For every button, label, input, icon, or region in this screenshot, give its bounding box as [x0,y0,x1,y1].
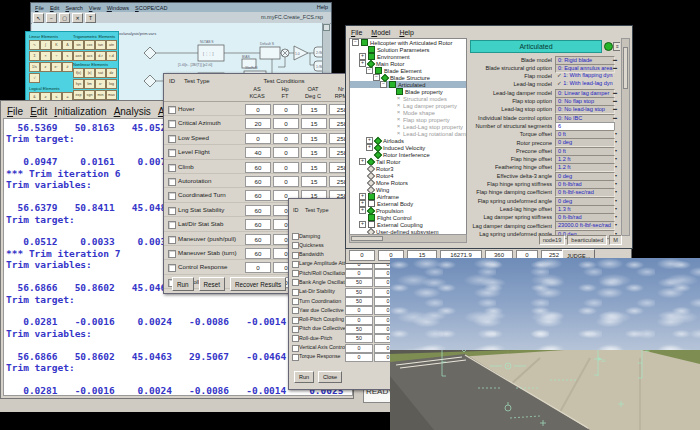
tree-item[interactable]: Rotor Interference [350,151,466,158]
diagram-menu-item[interactable]: Search [65,5,82,11]
dropdown-arrow-icon[interactable] [613,57,617,62]
dialog-button[interactable]: Run [172,277,194,291]
tree-item[interactable]: Rotor4 [350,172,466,179]
airspeed-input[interactable]: 60 [245,234,271,245]
tree-item[interactable]: External Coupling [350,221,466,228]
tree-item[interactable]: Environment [350,53,466,60]
hq-checkbox[interactable] [292,326,299,333]
condition-value-input[interactable]: 0 [349,250,375,261]
dropdown-arrow-icon[interactable] [615,214,617,219]
palette-block-button[interactable]: 1/s [29,62,40,72]
tree-item[interactable]: Blade property [350,88,466,95]
palette-block-button[interactable]: e⁻ [51,62,62,72]
test-checkbox[interactable] [168,149,176,157]
palette-block-button[interactable]: dz [106,68,117,78]
tree-item[interactable]: Wing [350,186,466,193]
close-button[interactable]: Close [318,371,342,383]
altitude-input[interactable]: 0 [273,104,299,115]
tree-item[interactable]: Lead-Lag stop property [350,123,466,130]
palette-block-button[interactable]: ∫ [40,40,51,50]
dropdown-arrow-icon[interactable] [615,164,617,169]
tree-item[interactable]: More Rotors [350,179,466,186]
tree-item[interactable]: Propulsion [350,207,466,214]
dropdown-arrow-icon[interactable] [615,156,617,161]
hq-checkbox[interactable] [292,317,299,324]
palette-block-button[interactable]: min [95,90,106,100]
palette-block-button[interactable]: ∿ [29,40,40,50]
dropdown-arrow-icon[interactable] [615,148,617,153]
tree-expander-icon[interactable] [359,221,366,228]
tree-horizontal-scrollbar[interactable] [349,234,467,243]
altitude-input[interactable]: 0 [273,176,299,187]
console-menu-item[interactable]: Analysis [114,106,151,117]
diagram-menu-item[interactable]: Windows [107,5,129,11]
dropdown-arrow-icon[interactable] [613,98,617,103]
airspeed-input[interactable]: 60 [245,162,271,173]
palette-block-button[interactable]: atn [106,40,117,50]
airspeed-input[interactable]: 0 [245,133,271,144]
airspeed-input[interactable]: 60 [245,190,271,201]
tree-item[interactable]: External Body [350,200,466,207]
component-lock-icon[interactable]: ≡ [613,42,620,51]
model-menu-item[interactable]: Help [399,29,413,36]
palette-block-button[interactable]: Δ [62,40,73,50]
diagram-menu-help[interactable]: Help [317,4,328,10]
diagram-menu-item[interactable]: File [35,5,44,11]
model-menu-item[interactable]: Model [371,29,390,36]
airspeed-input[interactable]: 20 [245,118,271,129]
console-menu-item[interactable]: File [7,106,23,117]
properties-scrollbar[interactable] [621,38,630,236]
hq-checkbox[interactable] [292,233,299,240]
hq-checkbox[interactable] [292,261,299,268]
hq-checkbox[interactable] [292,279,299,286]
altitude-input[interactable]: 0 [273,118,299,129]
tree-expander-icon[interactable] [359,207,366,214]
model-menu-item[interactable]: File [351,29,362,36]
dropdown-arrow-icon[interactable] [615,206,617,211]
hq-checkbox[interactable] [292,354,299,361]
palette-block-button[interactable]: √ [29,73,40,83]
diagram-tool-button[interactable]: ↖ [33,13,44,23]
dialog-button[interactable]: Recover Results [230,277,286,291]
hq-checkbox[interactable] [292,345,299,352]
tree-item[interactable]: Flap stop property [350,116,466,123]
tree-expander-icon[interactable] [373,74,380,81]
test-checkbox[interactable] [168,135,176,143]
test-checkbox[interactable] [168,264,176,272]
test-checkbox[interactable] [168,236,176,244]
palette-block-button[interactable]: x² [95,79,106,89]
airspeed-input[interactable]: 60 [245,176,271,187]
altitude-input[interactable]: 0 [273,162,299,173]
hq-checkbox[interactable] [292,242,299,249]
tree-expander-icon[interactable] [380,81,387,88]
palette-block-button[interactable]: z [40,62,51,72]
palette-block-button[interactable]: asn [73,51,84,61]
tree-item[interactable]: Structural modes [350,95,466,102]
palette-block-button[interactable]: lim [84,79,95,89]
diagram-menu-item[interactable]: SCOPE/CAD [135,5,167,11]
test-checkbox[interactable] [168,250,176,258]
diagram-menu-item[interactable]: View [89,5,101,11]
altitude-input[interactable]: 0 [273,133,299,144]
palette-block-button[interactable]: K [51,40,62,50]
palette-block-button[interactable]: r-d [106,51,117,61]
diagram-tool-button[interactable]: ▢ [59,13,70,23]
property-value[interactable]: 1: With lead-lag dynamics [555,80,613,87]
palette-block-button[interactable]: d-r [95,51,106,61]
tree-item[interactable]: Lag damper property [350,102,466,109]
dropdown-arrow-icon[interactable] [615,222,617,227]
test-checkbox[interactable] [168,120,176,128]
tree-item[interactable]: Induced Velocity [350,144,466,151]
tree-item[interactable]: Blade Element [350,67,466,74]
test-checkbox[interactable] [168,106,176,114]
oat-input[interactable]: 15 [301,104,327,115]
palette-block-button[interactable]: Σ [29,51,40,61]
tree-expander-icon[interactable] [366,144,373,151]
palette-block-button[interactable]: log [106,79,117,89]
palette-block-button[interactable]: |x| [84,68,95,78]
tree-expander-icon[interactable] [359,60,366,67]
palette-block-button[interactable]: hys [73,79,84,89]
console-menu-item[interactable]: Initialization [54,106,106,117]
palette-block-button[interactable]: ÷ [51,51,62,61]
altitude-input[interactable]: 0 [273,147,299,158]
